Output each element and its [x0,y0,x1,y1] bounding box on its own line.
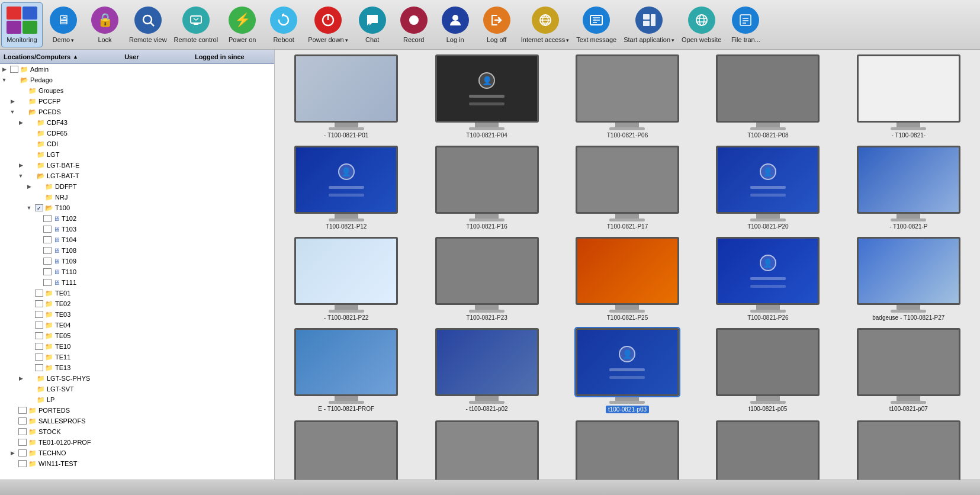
monitor-tile[interactable]: T100-0821-P08 [699,52,837,141]
checkbox[interactable] [43,215,52,222]
checkbox[interactable] [35,311,43,318]
toolbar-internet-access-button[interactable]: Internet access▾ [518,2,573,47]
checkbox[interactable] [43,247,52,254]
monitor-tile[interactable]: T100-0821-P25 [558,234,696,323]
tree-row[interactable]: ▼📂PCEDS [0,107,274,117]
tree-row[interactable]: ▼📂Pedago [0,75,274,85]
tree-row[interactable]: ▼✓📂T100 [0,202,274,213]
toolbar-power-down-button[interactable]: Power down▾ [304,2,352,47]
checkbox[interactable] [43,258,52,265]
toolbar-reboot-button[interactable]: Reboot [263,2,304,47]
checkbox[interactable] [43,279,52,286]
expand-arrow[interactable]: ▶ [8,450,17,456]
monitor-tile[interactable]: t100-0821-p15 [840,418,978,480]
tree-row[interactable]: 📁PORTEDS [0,405,274,416]
tree-row[interactable]: ▶📁TECHNO [0,448,274,458]
toolbar-lock-button[interactable]: 🔒 Lock [84,2,126,47]
tree-row[interactable]: 📁CDI [0,139,274,149]
expand-arrow[interactable]: ▼ [17,173,25,179]
monitor-tile[interactable]: E - T100-0821-PROF [277,326,415,416]
checkbox[interactable] [10,66,18,73]
tree-row[interactable]: ▶📁CDF43 [0,117,274,128]
monitor-tile[interactable]: t100-0821-p13 [558,418,696,480]
monitor-tile[interactable]: t100-0821-p07 [840,326,978,416]
toolbar-power-on-button[interactable]: ⚡ Power on [221,2,263,47]
monitor-tile[interactable]: - T100-0821- [840,52,978,141]
expand-arrow[interactable]: ▼ [8,109,17,115]
toolbar-file-transfer-button[interactable]: File tran... [725,2,766,47]
monitor-tile[interactable]: t100-0821-p14 [699,418,837,480]
checkbox[interactable] [43,268,52,275]
tree-row[interactable]: 📁CDF65 [0,128,274,139]
checkbox[interactable]: ✓ [35,204,43,211]
tree-row[interactable]: 📁TE10 [0,341,274,352]
monitor-tile[interactable]: t100-0821-p05 [699,326,837,416]
expand-arrow[interactable]: ▶ [17,120,25,126]
toolbar-chat-button[interactable]: Chat [352,2,393,47]
toolbar-demo-button[interactable]: 🖥 Demo▾ [43,2,84,47]
tree-row[interactable]: 📁WIN11-TEST [0,458,274,469]
monitor-tile[interactable]: badgeuse - T100-0821-P27 [840,234,978,323]
toolbar-remote-view-button[interactable]: Remote view [126,2,171,47]
tree-row[interactable]: ▶📁LGT-SC-PHYS [0,373,274,384]
monitor-tile[interactable]: 👤t100-0821-p03 [558,326,696,416]
expand-arrow[interactable]: ▶ [25,184,33,189]
tree-row[interactable]: 📁LGT [0,149,274,160]
expand-arrow[interactable]: ▼ [0,77,8,83]
tree-row[interactable]: 🖥T104 [0,234,274,245]
monitor-tile[interactable]: T100-0821-P17 [558,143,696,232]
expand-arrow[interactable]: ▶ [17,162,25,168]
monitor-tile[interactable]: T100-0821-P23 [417,234,555,323]
monitor-tile[interactable]: - T100-0821-P [840,143,978,232]
monitor-tile[interactable]: - T100-0821-P01 [277,52,415,141]
tree-row[interactable]: 🖥T109 [0,256,274,266]
monitor-tile[interactable]: t100-0821-p11 [417,418,555,480]
expand-arrow[interactable]: ▶ [8,98,17,104]
tree-row[interactable]: ▶📁PCCFP [0,96,274,107]
toolbar-monitoring-button[interactable]: Monitoring [1,2,43,47]
toolbar-open-website-button[interactable]: Open website [678,2,725,47]
toolbar-remote-control-button[interactable]: Remote control [171,2,222,47]
monitor-tile[interactable]: T100-0821-P16 [417,143,555,232]
toolbar-record-button[interactable]: Record [393,2,435,47]
tree-row[interactable]: 📁SALLESPROFS [0,416,274,426]
tree-row[interactable]: 📁TE13 [0,362,274,373]
checkbox[interactable] [35,300,43,307]
toolbar-logoff-button[interactable]: Log off [476,2,518,47]
checkbox[interactable] [43,226,52,233]
checkbox[interactable] [18,439,27,446]
monitor-tile[interactable]: 👤T100-0821-P26 [699,234,837,323]
tree-row[interactable]: 📁TE01-0120-PROF [0,437,274,448]
checkbox[interactable] [18,449,27,457]
tree-row[interactable]: 📁TE03 [0,309,274,320]
tree-row[interactable]: ▼📂LGT-BAT-T [0,171,274,181]
tree-row[interactable]: 📁TE11 [0,352,274,362]
tree-row[interactable]: 📁TE01 [0,288,274,298]
tree-row[interactable]: 🖥T103 [0,224,274,234]
tree-row[interactable]: 📁LP [0,394,274,405]
checkbox[interactable] [35,364,43,371]
tree-row[interactable]: 🖥T108 [0,245,274,256]
monitor-tile[interactable]: 👤T100-0821-P12 [277,143,415,232]
monitor-tile[interactable]: T100-0821-P06 [558,52,696,141]
checkbox[interactable] [35,290,43,297]
expand-arrow[interactable]: ▶ [0,66,8,72]
tree-row[interactable]: 📁LGT-SVT [0,384,274,394]
tree-row[interactable]: ▶📁Admin [0,64,274,75]
checkbox[interactable] [35,322,43,329]
monitor-tile[interactable]: - t100-0821-p02 [417,326,555,416]
tree-row[interactable]: 🖥T110 [0,266,274,277]
toolbar-start-application-button[interactable]: Start application▾ [620,2,678,47]
checkbox[interactable] [18,460,27,467]
checkbox[interactable] [35,332,43,339]
monitor-tile[interactable]: 👤T100-0821-P20 [699,143,837,232]
monitor-tile[interactable]: 👤T100-0821-P04 [417,52,555,141]
monitor-tile[interactable]: t100-0821-p10 [277,418,415,480]
checkbox[interactable] [18,407,27,414]
tree-row[interactable]: 📁TE02 [0,298,274,309]
monitor-tile[interactable]: - T100-0821-P22 [277,234,415,323]
tree-row[interactable]: 🖥T102 [0,213,274,224]
expand-arrow[interactable]: ▶ [17,375,25,381]
tree-row[interactable]: 📁TE05 [0,330,274,341]
expand-arrow[interactable]: ▼ [25,205,33,211]
